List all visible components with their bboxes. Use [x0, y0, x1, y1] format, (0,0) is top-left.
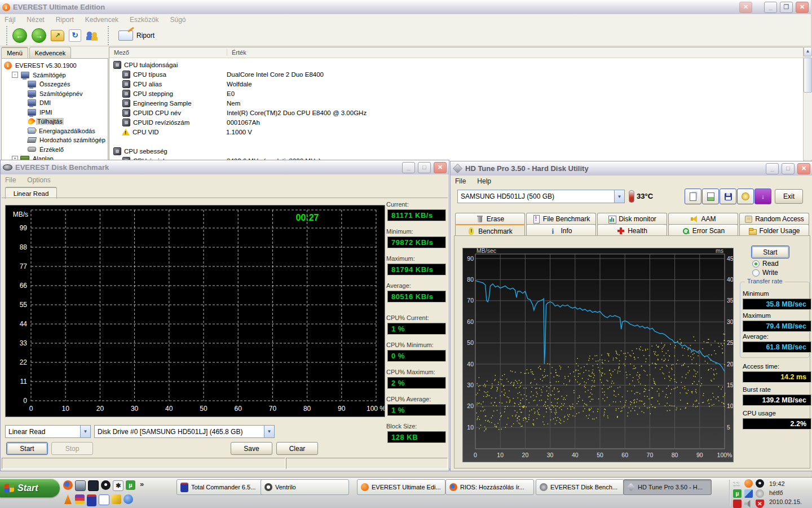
column-ertek[interactable]: Érték: [227, 49, 246, 56]
download-icon[interactable]: ↓: [754, 189, 771, 204]
menu-eszkzk[interactable]: Eszközök: [130, 16, 158, 24]
menu-sg[interactable]: Súgó: [170, 16, 186, 24]
tree-item-szmtgpnv[interactable]: Számítógépnév: [4, 89, 108, 99]
ht-start-button[interactable]: Start: [751, 246, 789, 259]
drive-select-dropdown-icon[interactable]: ▼: [264, 426, 274, 437]
tab-menu[interactable]: Menü: [1, 47, 28, 58]
riport-button[interactable]: Riport: [114, 29, 159, 42]
db-close-button[interactable]: ✕: [434, 162, 447, 173]
write-radio-icon[interactable]: [752, 269, 760, 277]
tree-item-dmi[interactable]: DMI: [4, 98, 108, 108]
scroll-thumb[interactable]: [804, 58, 812, 93]
menu-nzet[interactable]: Nézet: [27, 16, 44, 24]
exit-button[interactable]: Exit: [775, 189, 803, 204]
speaker-tray-icon[interactable]: [744, 500, 753, 508]
save-button[interactable]: Save: [231, 442, 272, 455]
ht-drive-select[interactable]: SAMSUNG HD501LJ (500 GB) ▼: [457, 190, 625, 203]
task-button-ventrilo[interactable]: Ventrilo: [261, 479, 349, 495]
network-tray-icon[interactable]: [744, 489, 753, 498]
back-icon[interactable]: ←: [12, 28, 27, 43]
tree-item-tlhajts[interactable]: Túlhajtás: [4, 117, 108, 126]
tab-random-access[interactable]: ∷Random Access: [739, 213, 809, 225]
ht-menu-file[interactable]: File: [455, 177, 466, 185]
close-button[interactable]: ✕: [796, 2, 809, 13]
read-radio-icon[interactable]: [752, 260, 760, 268]
task-button-total-commander[interactable]: Total Commander 6.5...: [176, 479, 265, 495]
task-button-disk[interactable]: EVEREST Disk Bench...: [536, 479, 624, 495]
notepad-icon[interactable]: [99, 494, 109, 505]
db-menu-file[interactable]: File: [5, 176, 16, 184]
tab-info[interactable]: iInfo: [526, 224, 596, 237]
tree-item-sszegzs[interactable]: Összegzés: [4, 80, 108, 89]
pen-icon[interactable]: [112, 494, 121, 504]
scroll-up-arrow[interactable]: ▲: [804, 47, 812, 56]
clear-button[interactable]: Clear: [276, 442, 318, 455]
tab-file-benchmark[interactable]: !File Benchmark: [526, 213, 596, 225]
vlc-icon[interactable]: [63, 494, 73, 504]
daemon-tools-icon[interactable]: [88, 480, 99, 491]
db-maximize-button[interactable]: □: [418, 162, 431, 173]
tab-health[interactable]: Health: [597, 224, 667, 237]
tree-item-energiagazdlkods[interactable]: Energiagazdálkodás: [4, 126, 108, 136]
report-scrollbar[interactable]: ▲: [803, 47, 812, 160]
tab-folder-usage[interactable]: Folder Usage: [739, 224, 809, 237]
column-mezo[interactable]: Mező: [109, 49, 227, 56]
mode-select-dropdown-icon[interactable]: ▼: [80, 426, 90, 437]
folder-up-icon[interactable]: ↗: [51, 30, 64, 41]
task-button-firefox[interactable]: RIOS: Hozzászólás ír...: [445, 479, 534, 495]
menu-fjl[interactable]: Fájl: [5, 16, 15, 24]
tree-item-rzkel[interactable]: Érzékelő: [4, 145, 108, 155]
tree-item-szmtgp[interactable]: -Számítógép: [4, 71, 108, 80]
read-radio[interactable]: Read: [752, 260, 779, 268]
utorrent-icon[interactable]: µ: [126, 480, 135, 490]
task-button-everest[interactable]: EVEREST Ultimate Edi...: [357, 479, 445, 495]
everest-tray-icon[interactable]: [744, 479, 753, 488]
copy-image-icon[interactable]: [702, 189, 719, 204]
speedfan-tray-icon[interactable]: [733, 500, 742, 508]
utorrent-tray-icon[interactable]: µ: [733, 489, 742, 498]
ht-close-button[interactable]: ✕: [797, 163, 810, 174]
drive-select[interactable]: Disk Drive #0 [SAMSUNG HD501LJ] (465.8 G…: [94, 425, 275, 438]
copy-icon[interactable]: [685, 189, 701, 204]
refresh-icon[interactable]: ↻: [69, 29, 81, 42]
steam-icon[interactable]: [101, 480, 111, 490]
security-shield-tray-icon[interactable]: ✕: [756, 500, 764, 508]
benchmark-mode-select[interactable]: Linear Read ▼: [5, 425, 91, 438]
tab-kedvencek[interactable]: Kedvencek: [29, 47, 71, 58]
minimize-button[interactable]: _: [764, 2, 777, 13]
db-menu-options[interactable]: Options: [27, 176, 50, 184]
save-icon[interactable]: [720, 189, 736, 204]
menu-riport[interactable]: Riport: [56, 16, 74, 24]
tree-item-everestv5301900[interactable]: iEVEREST v5.30.1900: [4, 61, 108, 71]
ht-drive-dropdown-icon[interactable]: ▼: [614, 190, 624, 203]
volume-gray-tray-icon[interactable]: [756, 489, 764, 498]
tab-disk-monitor[interactable]: Disk monitor: [597, 213, 667, 225]
ht-menu-help[interactable]: Help: [477, 177, 491, 185]
menu-kedvencek[interactable]: Kedvencek: [85, 16, 118, 24]
ht-minimize-button[interactable]: _: [766, 163, 779, 174]
steam-tray-icon[interactable]: [756, 479, 764, 488]
users-icon[interactable]: [86, 30, 99, 41]
tab-aam[interactable]: AAM: [668, 213, 738, 225]
start-menu-button[interactable]: Start: [0, 479, 60, 497]
web-globe-icon[interactable]: [123, 494, 133, 504]
collapse-icon[interactable]: -: [12, 72, 18, 78]
write-radio[interactable]: Write: [752, 269, 778, 277]
start-button[interactable]: Start: [6, 442, 48, 455]
tree-item-hordozhatszmtgp[interactable]: Hordozható számítógép: [4, 135, 108, 145]
forward-icon[interactable]: →: [32, 28, 46, 43]
tree-item-ipmi[interactable]: IPMI: [4, 108, 108, 117]
firefox-icon[interactable]: [63, 480, 73, 490]
winrar-icon[interactable]: [75, 494, 85, 504]
messenger-icon[interactable]: ✱: [113, 480, 123, 491]
db-minimize-button[interactable]: _: [402, 162, 415, 173]
tab-erase[interactable]: Erase: [455, 213, 525, 225]
tab-linear-read[interactable]: Linear Read: [5, 187, 57, 199]
tab-error-scan[interactable]: Error Scan: [668, 224, 738, 237]
total-commander-icon[interactable]: [87, 494, 96, 506]
ht-maximize-button[interactable]: □: [782, 163, 795, 174]
stop-button[interactable]: Stop: [51, 442, 93, 455]
quicklaunch-overflow-chevron[interactable]: »: [140, 480, 144, 488]
extra-close-button[interactable]: ✕: [739, 2, 752, 13]
remote-display-icon[interactable]: [75, 480, 86, 491]
